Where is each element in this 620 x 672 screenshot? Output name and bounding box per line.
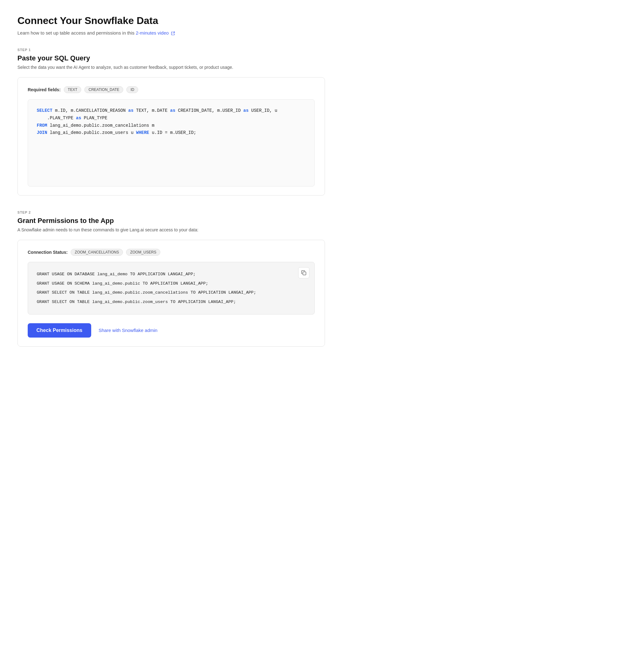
tag-id: ID bbox=[126, 86, 138, 93]
sql-line-1: SELECT m.ID, m.CANCELLATION_REASON as TE… bbox=[37, 107, 306, 114]
grant-line-2: GRANT USAGE ON SCHEMA lang_ai_demo.publi… bbox=[37, 279, 306, 288]
sql-query-box[interactable]: SELECT m.ID, m.CANCELLATION_REASON as TE… bbox=[28, 99, 315, 187]
grant-line-3: GRANT SELECT ON TABLE lang_ai_demo.publi… bbox=[37, 288, 306, 297]
tag-text: TEXT bbox=[64, 86, 82, 93]
svg-rect-0 bbox=[303, 272, 306, 275]
video-link[interactable]: 2-minutes video bbox=[136, 30, 175, 36]
share-with-snowflake-link[interactable]: Share with Snowflake admin bbox=[99, 328, 157, 333]
external-link-icon bbox=[171, 31, 175, 36]
required-fields-label: Required fields: bbox=[28, 87, 61, 92]
step2-card: Connection Status: ZOOM_CANCELLATIONS ZO… bbox=[17, 240, 325, 347]
step2-label: STEP 2 bbox=[17, 210, 325, 214]
copy-icon bbox=[301, 270, 307, 276]
grant-line-1: GRANT USAGE ON DATABASE lang_ai_demo TO … bbox=[37, 270, 306, 279]
step1-title: Paste your SQL Query bbox=[17, 54, 325, 62]
sql-line-2: .PLAN_TYPE as PLAN_TYPE bbox=[37, 114, 306, 122]
grant-commands-box: GRANT USAGE ON DATABASE lang_ai_demo TO … bbox=[28, 262, 315, 315]
check-permissions-button[interactable]: Check Permissions bbox=[28, 323, 91, 338]
tag-zoom-users: ZOOM_USERS bbox=[126, 249, 160, 256]
step2-title: Grant Permissions to the App bbox=[17, 217, 325, 225]
sql-line-3: FROM lang_ai_demo.public.zoom_cancellati… bbox=[37, 122, 306, 130]
required-fields-row: Required fields: TEXT CREATION_DATE ID bbox=[28, 86, 315, 93]
grant-line-4: GRANT SELECT ON TABLE lang_ai_demo.publi… bbox=[37, 297, 306, 307]
sql-line-4: JOIN lang_ai_demo.public.zoom_users u WH… bbox=[37, 129, 306, 137]
step2-section: STEP 2 Grant Permissions to the App A Sn… bbox=[17, 210, 325, 347]
step1-description: Select the data you want the AI Agent to… bbox=[17, 65, 325, 70]
step1-card: Required fields: TEXT CREATION_DATE ID S… bbox=[17, 77, 325, 196]
step2-description: A Snowflake admin needs to run these com… bbox=[17, 227, 325, 232]
connection-status-row: Connection Status: ZOOM_CANCELLATIONS ZO… bbox=[28, 249, 315, 256]
actions-row: Check Permissions Share with Snowflake a… bbox=[28, 323, 315, 338]
tag-creation-date: CREATION_DATE bbox=[84, 86, 123, 93]
page-title: Connect Your Snowflake Data bbox=[17, 15, 325, 27]
step1-label: STEP 1 bbox=[17, 48, 325, 52]
tag-zoom-cancellations: ZOOM_CANCELLATIONS bbox=[71, 249, 123, 256]
step1-section: STEP 1 Paste your SQL Query Select the d… bbox=[17, 48, 325, 196]
connection-status-label: Connection Status: bbox=[28, 250, 67, 255]
page-subtitle: Learn how to set up table access and per… bbox=[17, 30, 325, 36]
copy-button[interactable] bbox=[298, 267, 309, 278]
